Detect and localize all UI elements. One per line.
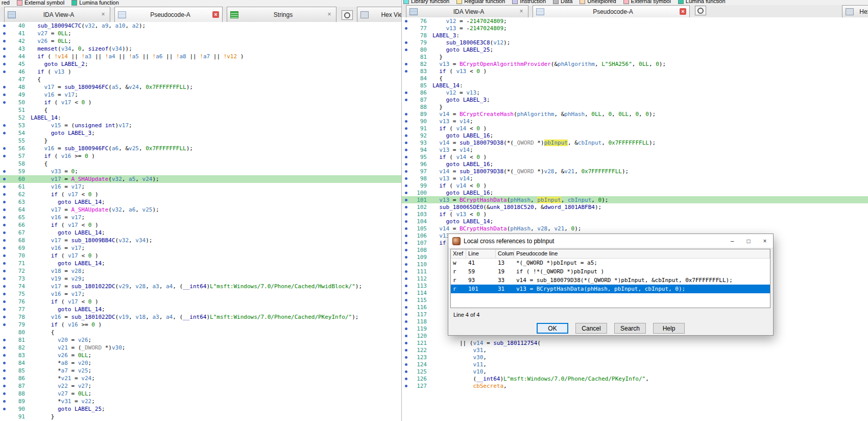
dialog-titlebar[interactable]: Local cross references to pbInput – □ × bbox=[448, 234, 773, 248]
code-line[interactable]: 74 v17 = sub_1801022DC(v29, v28, a3, a4,… bbox=[0, 283, 401, 290]
code-line[interactable]: 88 } bbox=[402, 103, 868, 110]
code-line[interactable]: 70 if ( v17 < 0 ) bbox=[0, 252, 401, 260]
code-line[interactable]: 91 if ( v14 < 0 ) bbox=[402, 125, 868, 132]
code-line[interactable]: 66 if ( v17 < 0 ) bbox=[0, 221, 401, 229]
code-line[interactable]: 122 v31, bbox=[402, 346, 868, 354]
code-line[interactable]: 87 goto LABEL_3; bbox=[402, 96, 868, 103]
xref-row[interactable]: r5919if ( !*(_QWORD *)pbInput ) bbox=[451, 267, 770, 276]
code-line[interactable]: 73 v19 = v29; bbox=[0, 275, 401, 283]
code-line[interactable]: 91 } bbox=[0, 413, 401, 420]
code-line[interactable]: 90 v13 = v14; bbox=[402, 118, 868, 125]
tab-ida-view-a[interactable]: IDA View-A× bbox=[406, 5, 528, 17]
code-line[interactable]: 53 v15 = (unsigned int)v17; bbox=[0, 122, 401, 129]
code-line[interactable]: 126 (__int64)L"msft:Windows/7.0/Phone/Ca… bbox=[402, 375, 868, 382]
tab-hex-view-1[interactable]: Hex View-1× bbox=[357, 7, 401, 22]
code-line[interactable]: 82 v21 = (_DWORD *)v30; bbox=[0, 344, 401, 352]
code-line[interactable]: 62 if ( v17 < 0 ) bbox=[0, 191, 401, 198]
code-line[interactable]: 92 goto LABEL_16; bbox=[402, 132, 868, 139]
code-line[interactable]: 61 v16 = v17; bbox=[0, 183, 401, 191]
tab-close-icon[interactable]: × bbox=[326, 11, 333, 18]
code-line[interactable]: 77 v13 = -2147024809; bbox=[402, 25, 868, 32]
code-line[interactable]: 94 v13 = v14; bbox=[402, 146, 868, 153]
code-line[interactable]: 104 goto LABEL_14; bbox=[402, 218, 868, 225]
code-line[interactable]: 100 goto LABEL_16; bbox=[402, 189, 868, 196]
search-button[interactable]: Search bbox=[614, 323, 646, 334]
code-line[interactable]: 84 { bbox=[402, 75, 868, 82]
code-line[interactable]: 77 goto LABEL_14; bbox=[0, 306, 401, 313]
code-line[interactable]: 44 if ( !v14 || !a3 || !a4 || !a5 || !a6… bbox=[0, 53, 401, 60]
code-line[interactable]: 81 v20 = v26; bbox=[0, 336, 401, 344]
tab-close-icon[interactable]: × bbox=[212, 11, 219, 18]
code-line[interactable]: 124 v11, bbox=[402, 361, 868, 368]
minimize-button[interactable]: – bbox=[724, 238, 740, 245]
code-line[interactable]: 97 v14 = sub_180079D38(*(_QWORD *)v28, &… bbox=[402, 168, 868, 175]
code-line[interactable]: 90 goto LABEL_25; bbox=[0, 405, 401, 413]
tab-close-icon[interactable]: × bbox=[518, 8, 525, 15]
xref-row[interactable]: r9333v14 = sub_180079D38(*(_QWORD *)pbIn… bbox=[451, 276, 770, 285]
code-line[interactable]: 82 v13 = BCryptOpenAlgorithmProvider(&ph… bbox=[402, 60, 868, 67]
xref-row[interactable]: w4113*(_QWORD *)pbInput = a5; bbox=[451, 259, 770, 267]
code-line[interactable]: 81 } bbox=[402, 53, 868, 60]
code-line[interactable]: 52LABEL_14: bbox=[0, 114, 401, 122]
code-line[interactable]: 103 if ( v13 < 0 ) bbox=[402, 211, 868, 218]
code-line[interactable]: 63 goto LABEL_14; bbox=[0, 198, 401, 206]
code-line[interactable]: 99 if ( v14 < 0 ) bbox=[402, 182, 868, 189]
code-line[interactable]: 87 v22 = v27; bbox=[0, 382, 401, 390]
code-line[interactable]: 65 v16 = v17; bbox=[0, 214, 401, 221]
code-line[interactable]: 48 v17 = sub_1800946FC(a5, &v24, 0x7FFFF… bbox=[0, 83, 401, 91]
code-line[interactable]: 85 *a7 = v25; bbox=[0, 367, 401, 375]
code-line[interactable]: 88 v27 = 0LL; bbox=[0, 390, 401, 397]
code-line[interactable]: 76 if ( v17 < 0 ) bbox=[0, 298, 401, 306]
code-line[interactable]: 102 sub_180065DE0(&unk_18018C520, &dword… bbox=[402, 203, 868, 211]
code-line[interactable]: 43 memset(v34, 0, sizeof(v34)); bbox=[0, 45, 401, 53]
code-line[interactable]: 46 if ( v13 ) bbox=[0, 68, 401, 76]
code-line[interactable]: 83 v26 = 0LL; bbox=[0, 352, 401, 359]
code-line[interactable]: 80 goto LABEL_25; bbox=[402, 46, 868, 53]
code-line[interactable]: 84 *a8 = v20; bbox=[0, 359, 401, 367]
code-line[interactable]: 58 { bbox=[0, 160, 401, 168]
code-line[interactable]: 125 v10, bbox=[402, 368, 868, 375]
tab-menu-button[interactable] bbox=[342, 10, 353, 20]
code-line[interactable]: 123 v30, bbox=[402, 354, 868, 361]
code-line[interactable]: 101 v13 = BCryptHashData(phHash, pbInput… bbox=[402, 196, 868, 203]
tab-close-icon[interactable]: × bbox=[100, 11, 107, 18]
code-line[interactable]: 51 { bbox=[0, 106, 401, 114]
code-line[interactable]: 95 if ( v14 < 0 ) bbox=[402, 153, 868, 160]
code-line[interactable]: 55 } bbox=[0, 137, 401, 145]
code-line[interactable]: 86 *v21 = v24; bbox=[0, 375, 401, 382]
column-header[interactable]: Column bbox=[496, 249, 514, 258]
code-line[interactable]: 127 cbSecreta, bbox=[402, 382, 868, 389]
code-line[interactable]: 93 v14 = sub_180079D38(*(_QWORD *)pbInpu… bbox=[402, 139, 868, 146]
tab-ida-view-a[interactable]: IDA View-A× bbox=[4, 7, 110, 22]
ok-button[interactable]: OK bbox=[537, 323, 568, 334]
code-line[interactable]: 47 { bbox=[0, 76, 401, 83]
code-line[interactable]: 79 sub_18006E3C8(v12); bbox=[402, 39, 868, 46]
left-pseudocode-panel[interactable]: 40 sub_180094C7C(v32, a9, a10, a2);41 v2… bbox=[0, 22, 401, 421]
code-line[interactable]: 121 || (v14 = sub_180112754( bbox=[402, 339, 868, 346]
code-line[interactable]: 40 sub_180094C7C(v32, a9, a10, a2); bbox=[0, 22, 401, 30]
code-line[interactable]: 49 v16 = v17; bbox=[0, 91, 401, 99]
code-line[interactable]: 45 goto LABEL_2; bbox=[0, 60, 401, 68]
code-line[interactable]: 89 v14 = BCryptCreateHash(phAlgorithm, &… bbox=[402, 110, 868, 118]
tab-hex[interactable]: Hex bbox=[842, 5, 868, 17]
code-line[interactable]: 98 v13 = v14; bbox=[402, 175, 868, 182]
tab-close-icon[interactable]: × bbox=[680, 8, 686, 15]
code-line[interactable]: 86 v12 = v13; bbox=[402, 89, 868, 96]
code-line[interactable]: 41 v27 = 0LL; bbox=[0, 30, 401, 37]
code-line[interactable]: 42 v26 = 0LL; bbox=[0, 37, 401, 45]
code-line[interactable]: 68 v17 = sub_18009BB4C(v32, v34); bbox=[0, 237, 401, 244]
tab-strings[interactable]: Strings× bbox=[227, 7, 336, 22]
help-button[interactable]: Help bbox=[653, 323, 685, 334]
code-line[interactable]: 69 v16 = v17; bbox=[0, 244, 401, 252]
code-line[interactable]: 89 *v31 = v22; bbox=[0, 397, 401, 405]
code-line[interactable]: 72 v18 = v28; bbox=[0, 267, 401, 275]
code-line[interactable]: 80 { bbox=[0, 329, 401, 336]
code-line[interactable]: 105 v14 = BCryptHashData(phHash, v28, v2… bbox=[402, 225, 868, 232]
code-line[interactable]: 67 goto LABEL_14; bbox=[0, 229, 401, 237]
code-line[interactable]: 78 v16 = sub_1801022DC(v19, v18, a3, a4,… bbox=[0, 313, 401, 321]
xref-row[interactable]: r10131v13 = BCryptHashData(phHash, pbInp… bbox=[451, 285, 770, 293]
tab-pseudocode-a[interactable]: Pseudocode-A× bbox=[533, 5, 690, 17]
code-line[interactable]: 60 v17 = A_SHAUpdate(v32, a5, v24); bbox=[0, 175, 401, 183]
tab-pseudocode-a[interactable]: Pseudocode-A× bbox=[114, 7, 223, 22]
column-header[interactable]: Xref bbox=[451, 249, 466, 258]
